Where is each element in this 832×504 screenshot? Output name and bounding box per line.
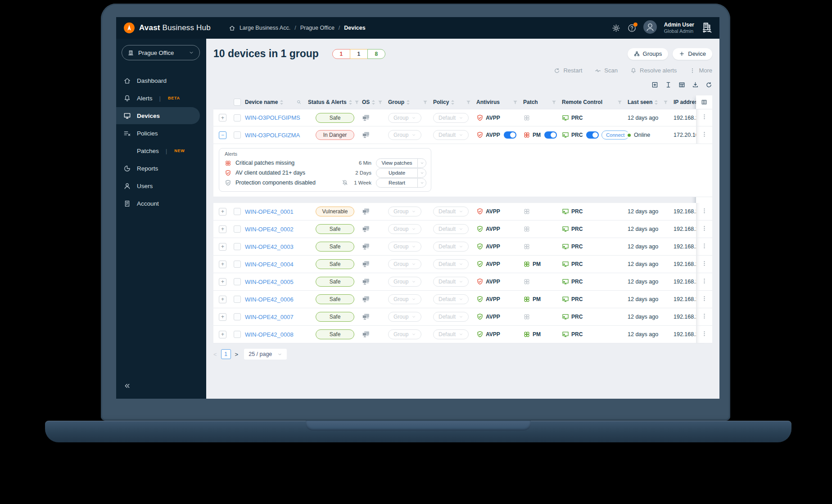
sidebar-item-policies[interactable]: Policies xyxy=(116,125,200,142)
group-select[interactable]: Group xyxy=(388,294,421,304)
row-checkbox[interactable] xyxy=(234,131,241,139)
device-name-link[interactable]: WIN-OPE42_0007 xyxy=(245,314,294,320)
group-select[interactable]: Group xyxy=(388,312,421,322)
sidebar-item-account[interactable]: Account xyxy=(116,195,200,212)
sidebar-item-dashboard[interactable]: Dashboard xyxy=(116,72,200,89)
breadcrumb-item[interactable]: Large Business Acc. xyxy=(240,25,290,31)
row-checkbox[interactable] xyxy=(234,278,241,285)
row-menu-button[interactable] xyxy=(701,113,708,122)
sidebar-item-users[interactable]: Users xyxy=(116,177,200,194)
tool-row-height-button[interactable] xyxy=(665,81,672,90)
column-header[interactable]: OS xyxy=(362,99,388,105)
current-page[interactable]: 1 xyxy=(221,349,231,359)
remote-control-toggle[interactable] xyxy=(586,131,599,139)
policy-select[interactable]: Default xyxy=(433,130,469,140)
tool-table-grid-button[interactable] xyxy=(678,81,685,90)
user-info[interactable]: Admin User Global Admin xyxy=(664,22,694,35)
device-name-link[interactable]: WIN-OPE42_0001 xyxy=(245,208,294,215)
home-icon[interactable] xyxy=(229,25,235,32)
group-select[interactable]: Group xyxy=(388,242,421,252)
action-more[interactable]: More xyxy=(689,67,712,74)
group-select[interactable]: Group xyxy=(388,224,421,234)
action-restart[interactable]: Restart xyxy=(554,67,582,74)
sort-icon[interactable] xyxy=(371,99,375,105)
alert-action-caret[interactable] xyxy=(417,179,426,187)
avatar[interactable] xyxy=(643,20,657,36)
filter-icon[interactable] xyxy=(423,100,428,105)
policy-select[interactable]: Default xyxy=(433,207,469,216)
group-select[interactable]: Group xyxy=(388,207,421,216)
breadcrumb-item[interactable]: Devices xyxy=(344,25,365,31)
row-menu-button[interactable] xyxy=(701,278,708,286)
policy-select[interactable]: Default xyxy=(433,113,469,123)
row-expander[interactable]: − xyxy=(219,131,226,139)
row-checkbox[interactable] xyxy=(234,225,241,233)
row-menu-button[interactable] xyxy=(701,225,708,234)
device-count-ok[interactable]: 8 xyxy=(367,49,385,59)
company-switcher-button[interactable] xyxy=(701,21,712,35)
group-select[interactable]: Group xyxy=(388,277,421,287)
site-selector[interactable]: Prague Office xyxy=(122,45,200,60)
action-resolve-alerts[interactable]: Resolve alerts xyxy=(630,67,677,74)
sidebar-item-reports[interactable]: Reports xyxy=(116,160,200,177)
filter-icon[interactable] xyxy=(354,100,359,105)
group-select[interactable]: Group xyxy=(388,130,421,140)
row-menu-button[interactable] xyxy=(701,295,708,304)
help-button[interactable] xyxy=(628,24,636,32)
policy-select[interactable]: Default xyxy=(433,224,469,234)
tool-refresh-button[interactable] xyxy=(705,81,712,90)
group-select[interactable]: Group xyxy=(388,259,421,269)
column-header[interactable]: Device name xyxy=(245,99,308,105)
sort-icon[interactable] xyxy=(280,99,284,105)
column-header[interactable]: Remote Control xyxy=(562,99,628,105)
row-menu-button[interactable] xyxy=(701,243,708,251)
group-select[interactable]: Group xyxy=(388,113,421,123)
column-header[interactable]: Policy xyxy=(433,99,476,105)
row-expander[interactable]: + xyxy=(219,208,226,216)
alert-action-button[interactable]: View patches xyxy=(376,158,426,168)
sort-icon[interactable] xyxy=(348,99,353,105)
action-scan[interactable]: Scan xyxy=(595,67,618,74)
alert-action-caret[interactable] xyxy=(417,169,426,177)
sort-icon[interactable] xyxy=(451,99,455,105)
device-name-link[interactable]: WIN-OPE42_0006 xyxy=(245,296,294,303)
sort-icon[interactable] xyxy=(406,99,410,105)
connect-button[interactable]: Connect xyxy=(601,130,628,140)
policy-select[interactable]: Default xyxy=(433,259,469,269)
row-menu-button[interactable] xyxy=(701,207,708,216)
column-header[interactable]: IP address xyxy=(674,99,696,105)
row-checkbox[interactable] xyxy=(234,114,241,122)
row-expander[interactable]: + xyxy=(219,225,226,233)
next-page-button[interactable]: > xyxy=(235,351,239,358)
avast-logo[interactable]: Avast Business Hub xyxy=(123,22,211,34)
breadcrumb-item[interactable]: Prague Office xyxy=(300,25,335,31)
column-header[interactable]: Patch xyxy=(523,99,562,105)
filter-icon[interactable] xyxy=(513,100,518,105)
policy-select[interactable]: Default xyxy=(433,329,469,339)
tool-download-button[interactable] xyxy=(692,81,699,90)
row-expander[interactable]: + xyxy=(219,114,226,122)
row-menu-button[interactable] xyxy=(701,131,708,140)
sidebar-item-patches[interactable]: Patches|NEW xyxy=(116,142,200,159)
filter-icon[interactable] xyxy=(617,100,622,105)
filter-icon[interactable] xyxy=(552,100,556,105)
group-select[interactable]: Group xyxy=(388,329,421,339)
device-name-link[interactable]: WIN-OPE42_0002 xyxy=(245,226,294,233)
row-checkbox[interactable] xyxy=(234,243,241,250)
device-name-link[interactable]: WIN-O3POLFGIPMS xyxy=(245,114,300,121)
row-expander[interactable]: + xyxy=(219,331,226,338)
column-header[interactable]: Group xyxy=(388,99,433,105)
filter-icon[interactable] xyxy=(663,100,668,105)
alert-action-button[interactable]: Update xyxy=(376,168,426,178)
sidebar-item-devices[interactable]: Devices xyxy=(116,107,200,124)
groups-button[interactable]: Groups xyxy=(628,48,669,60)
row-expander[interactable]: + xyxy=(219,278,226,286)
policy-select[interactable]: Default xyxy=(433,294,469,304)
column-header[interactable]: Status & Alerts xyxy=(308,99,362,105)
patch-toggle[interactable] xyxy=(544,131,557,139)
row-expander[interactable]: + xyxy=(219,296,226,303)
policy-select[interactable]: Default xyxy=(433,242,469,252)
row-expander[interactable]: + xyxy=(219,313,226,321)
device-name-link[interactable]: WIN-O3POLFGIZMA xyxy=(245,132,300,139)
antivirus-toggle[interactable] xyxy=(504,131,516,139)
